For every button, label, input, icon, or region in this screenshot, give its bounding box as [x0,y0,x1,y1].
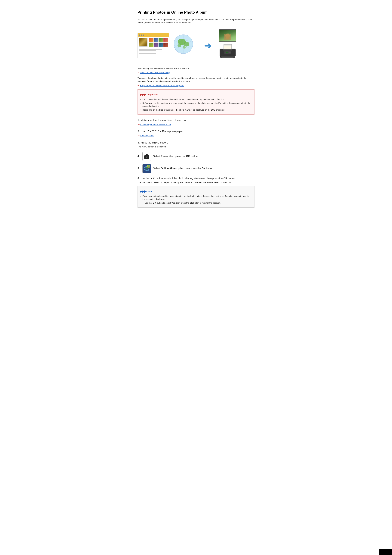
step-5-with-icon: 5. Select Online Album print, then pres [137,164,255,173]
step-2-title: Load 4" x 6" / 10 x 15 cm photo paper. [141,130,183,133]
step-4-ok-bold: OK [186,155,190,158]
photo-mini [154,43,158,47]
ok-bold: OK [190,202,193,204]
arrow-icon: ➜ [138,134,140,137]
step-4-icon [143,152,151,161]
important-item: Depending on the type of the photo, the … [140,108,252,111]
step-3: 3. Press the MENU button. The menu scree… [137,141,255,148]
step-2: 2. Load 4" x 6" / 10 x 15 cm photo paper… [137,130,255,137]
important-bottom-divider [140,112,252,112]
step-2-link[interactable]: Loading Paper [140,134,154,137]
svg-point-13 [226,52,228,53]
globe-area [172,33,201,58]
pre-link-text: Before using the web service, see the te… [137,67,255,70]
step-1-link-line: ➜ Confirming that the Power Is On [138,123,255,126]
photo-grid-area [149,38,168,47]
step-4-with-icon: 4. Select Photo, then press the OK butto… [137,152,255,161]
svg-rect-19 [146,154,148,156]
step-6-number: 6. [137,176,140,180]
svg-rect-23 [148,156,149,156]
link-register-account[interactable]: Registering the Account on Photo Sharing… [140,84,184,87]
photo-mini [158,38,163,42]
text-line [139,51,162,52]
note-icon: ▶▶▶ [140,189,147,194]
step-3-title: Press the MENU button. [141,141,168,145]
photo-display [219,29,236,42]
arrow-right-small-icon: ➜ [137,84,139,87]
note-item: If you have not registered the account o… [140,195,252,201]
photo-mini [149,43,153,47]
step-5-icon [143,164,151,173]
deer-silhouette [225,34,230,39]
printer-icon [215,43,240,62]
svg-point-14 [229,52,230,53]
note-sub-item: Use the ▲▼ button to select Yes, then pr… [140,201,252,204]
note-title: Note [148,190,152,193]
globe-icon [172,33,194,55]
step-2-row: 2. Load 4" x 6" / 10 x 15 cm photo paper… [137,130,255,133]
photo-thumb-large [139,38,148,46]
step-3-menu-bold: MENU [152,141,159,144]
note-box: ▶▶▶ Note If you have not registered the … [137,186,255,208]
diagram-area: ➜ [137,29,255,62]
step-3-desc: The menu screen is displayed. [137,145,255,148]
photo-grid [149,38,168,47]
arrow-icon: ➜ [138,123,140,126]
step-4-photo-bold: Photo [161,155,168,158]
photo-mini [154,38,158,42]
step-5: 5. Select Online Album print, then pres [137,164,255,173]
pre-link2-text: To access the photo sharing site from th… [137,77,255,83]
text-line [139,53,156,54]
browser-dot [141,35,142,36]
photo-mini [164,43,168,47]
step-5-ok-bold: OK [201,167,205,170]
svg-rect-17 [224,46,231,49]
important-item: LAN connection with the machine and inte… [140,98,252,101]
photo-mini [164,38,168,42]
link2-line: ➜ Registering the Account on Photo Shari… [137,84,255,87]
important-item: Before you use this function, you have t… [140,102,252,108]
note-bottom-divider [140,205,252,205]
step-6-row: 6. Use the ▲▼ button to select the photo… [137,176,255,180]
step-6-title: Use the ▲▼ button to select the photo sh… [141,176,236,180]
svg-point-22 [146,156,148,158]
link-notice-web-service[interactable]: Notice for Web Service Printing [140,71,170,74]
note-header: ▶▶▶ Note [140,189,252,194]
svg-point-30 [147,168,149,170]
browser-dot [143,35,144,36]
svg-rect-16 [222,57,233,58]
svg-point-3 [178,44,181,47]
camera-svg [144,153,150,160]
step-3-number: 3. [137,141,140,145]
note-top-divider [140,189,252,189]
step-6-ok-bold: OK [223,177,227,180]
important-icon: ▶▶▶ [140,93,147,97]
arrow-right-icon: ➜ [204,41,212,51]
text-line [139,49,162,50]
browser-mockup [137,33,169,58]
browser-content [138,37,169,55]
svg-point-4 [183,46,186,49]
text-lines [139,49,168,54]
browser-title-bar [138,33,169,37]
step-6-desc: The machine accesses on the photo sharin… [137,181,255,184]
important-list: LAN connection with the machine and inte… [140,98,252,111]
step-2-number: 2. [137,130,140,133]
step-1: 1. Make sure that the machine is turned … [137,118,255,126]
browser-dot [139,35,140,36]
important-header: ▶▶▶ Important [140,93,252,97]
yes-bold: Yes [171,202,175,204]
step-1-row: 1. Make sure that the machine is turned … [137,118,255,122]
photo-mini [158,43,163,47]
step-6: 6. Use the ▲▼ button to select the photo… [137,176,255,208]
step-4: 4. Select Photo, then press the OK butto… [137,152,255,161]
photo-mini [149,38,153,42]
step-5-online-bold: Online Album print [161,167,183,170]
page-title: Printing Photos in Online Photo Album [137,9,255,15]
step-4-number: 4. [137,154,140,158]
arrow-right-small-icon: ➜ [137,71,139,74]
step-2-link-line: ➜ Loading Paper [138,134,255,137]
svg-rect-11 [223,49,232,51]
step-1-number: 1. [137,118,140,122]
step-1-link[interactable]: Confirming that the Power Is On [140,123,171,126]
